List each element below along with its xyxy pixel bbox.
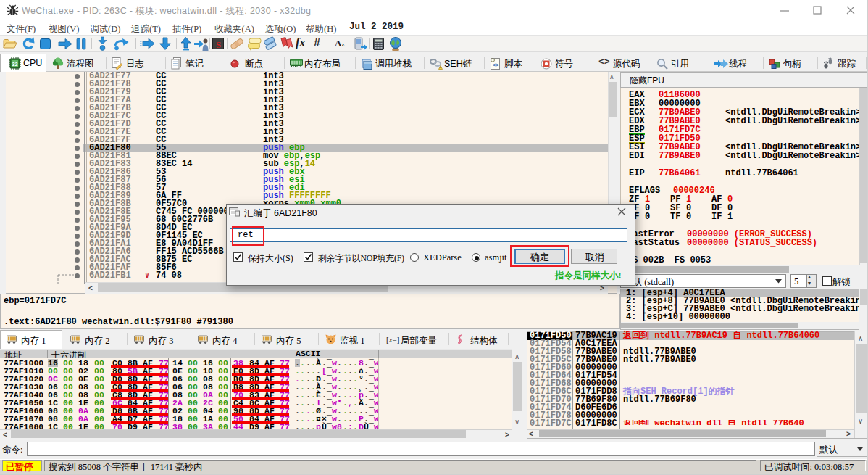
svg-text:32: 32 bbox=[12, 62, 18, 67]
svg-text:<>: <> bbox=[493, 62, 498, 68]
